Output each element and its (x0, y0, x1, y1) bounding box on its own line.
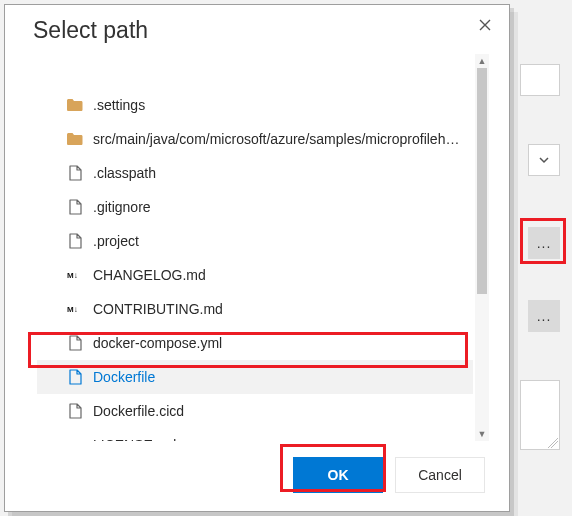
ok-button[interactable]: OK (293, 457, 383, 493)
file-browser: .settingssrc/main/java/com/microsoft/azu… (37, 54, 489, 441)
close-icon (478, 18, 492, 32)
file-row[interactable]: .classpath (37, 156, 473, 190)
file-name: CHANGELOG.md (93, 267, 465, 283)
file-row[interactable]: .project (37, 224, 473, 258)
bg-browse-button-2[interactable]: ... (528, 300, 560, 332)
file-row[interactable]: .settings (37, 88, 473, 122)
file-row[interactable]: docker-compose.yml (37, 326, 473, 360)
select-path-dialog: Select path .settingssrc/main/java/com/m… (4, 4, 510, 512)
chevron-down-icon (538, 154, 550, 166)
markdown-icon: M↓ (67, 304, 83, 314)
file-row[interactable]: M↓CONTRIBUTING.md (37, 292, 473, 326)
dialog-footer: OK Cancel (5, 441, 509, 511)
file-row[interactable]: .gitignore (37, 190, 473, 224)
file-name: .project (93, 233, 465, 249)
file-name: docker-compose.yml (93, 335, 465, 351)
file-name: .gitignore (93, 199, 465, 215)
dialog-title: Select path (33, 17, 489, 44)
file-row[interactable]: M↓CHANGELOG.md (37, 258, 473, 292)
file-name: .classpath (93, 165, 465, 181)
bg-browse-button-1[interactable]: ... (528, 227, 560, 259)
scrollbar[interactable]: ▲ ▼ (475, 54, 489, 441)
file-list[interactable]: .settingssrc/main/java/com/microsoft/azu… (37, 54, 473, 441)
file-name: Dockerfile.cicd (93, 403, 465, 419)
scroll-down-button[interactable]: ▼ (475, 427, 489, 441)
bg-dropdown[interactable] (528, 144, 560, 176)
file-name: Dockerfile (93, 369, 465, 385)
file-row[interactable] (37, 54, 473, 88)
scroll-track[interactable] (475, 68, 489, 427)
file-icon (67, 165, 83, 181)
markdown-icon: M↓ (67, 270, 83, 280)
file-name: CONTRIBUTING.md (93, 301, 465, 317)
scroll-up-button[interactable]: ▲ (475, 54, 489, 68)
file-icon (67, 233, 83, 249)
file-name: LICENSE.md (93, 437, 465, 441)
file-row[interactable]: Dockerfile.cicd (37, 394, 473, 428)
bg-textarea[interactable] (520, 380, 560, 450)
file-icon (67, 335, 83, 351)
file-icon (67, 403, 83, 419)
scroll-thumb[interactable] (477, 68, 487, 294)
cancel-button[interactable]: Cancel (395, 457, 485, 493)
file-row[interactable]: M↓LICENSE.md (37, 428, 473, 441)
folder-icon (67, 97, 83, 113)
blank-icon (67, 63, 83, 79)
file-row[interactable]: src/main/java/com/microsoft/azure/sample… (37, 122, 473, 156)
file-name: .settings (93, 97, 465, 113)
markdown-icon: M↓ (67, 440, 83, 441)
dialog-header: Select path (5, 5, 509, 50)
file-name: src/main/java/com/microsoft/azure/sample… (93, 131, 465, 147)
file-icon (67, 369, 83, 385)
folder-icon (67, 131, 83, 147)
file-row-selected[interactable]: Dockerfile (37, 360, 473, 394)
file-icon (67, 199, 83, 215)
bg-field-1[interactable] (520, 64, 560, 96)
close-button[interactable] (471, 11, 499, 39)
